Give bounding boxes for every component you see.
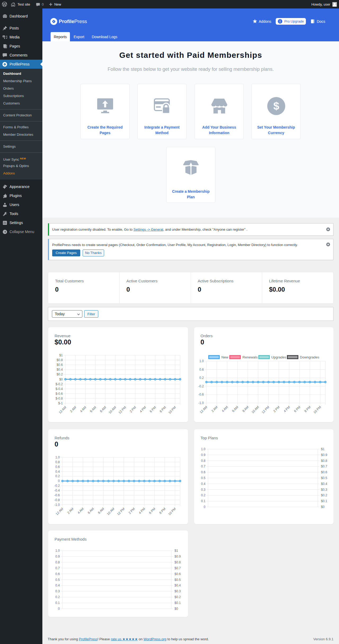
svg-text:8 PM: 8 PM [304, 405, 311, 413]
svg-text:12 PM: 12 PM [116, 507, 125, 516]
svg-text:2 AM: 2 AM [211, 405, 218, 413]
svg-text:4 PM: 4 PM [138, 507, 146, 515]
svg-text:4 AM: 4 AM [77, 507, 84, 515]
svg-text:$-0.2: $-0.2 [56, 382, 63, 386]
svg-text:8 AM: 8 AM [99, 405, 107, 413]
svg-text:6 AM: 6 AM [87, 507, 95, 515]
svg-text:0.5: 0.5 [201, 476, 206, 480]
svg-text:0: 0 [204, 505, 206, 509]
svg-text:-0.4: -0.4 [54, 489, 60, 492]
svg-text:$0: $0 [321, 505, 325, 509]
svg-text:0.2: 0.2 [201, 493, 206, 497]
svg-text:2 AM: 2 AM [69, 405, 77, 413]
svg-text:0.9: 0.9 [55, 555, 60, 558]
svg-text:$0.5: $0.5 [175, 578, 181, 582]
svg-text:0: 0 [58, 607, 60, 611]
svg-text:$0.1: $0.1 [321, 499, 327, 503]
svg-text:-0.8: -0.8 [54, 498, 60, 502]
svg-text:-1.0: -1.0 [198, 401, 204, 405]
svg-text:10 AM: 10 AM [108, 405, 117, 414]
svg-text:4 AM: 4 AM [221, 405, 229, 413]
svg-text:0.6: 0.6 [199, 368, 204, 371]
svg-text:0.8: 0.8 [201, 459, 206, 463]
svg-text:0.2: 0.2 [55, 474, 60, 478]
svg-text:$-0.6: $-0.6 [56, 392, 63, 396]
svg-text:6 PM: 6 PM [148, 507, 156, 515]
svg-text:2 AM: 2 AM [66, 507, 74, 515]
svg-text:10 AM: 10 AM [106, 507, 115, 516]
svg-text:4 PM: 4 PM [283, 405, 291, 413]
svg-text:$0.4: $0.4 [57, 368, 63, 371]
svg-text:0.8: 0.8 [55, 560, 60, 564]
svg-text:0.1: 0.1 [55, 601, 60, 605]
svg-text:4 PM: 4 PM [139, 405, 147, 413]
svg-text:$0.6: $0.6 [321, 470, 327, 474]
svg-text:0.4: 0.4 [55, 584, 60, 587]
svg-text:10 PM: 10 PM [167, 507, 176, 516]
svg-text:0.7: 0.7 [201, 465, 206, 468]
svg-text:12 PM: 12 PM [261, 405, 270, 414]
svg-text:4 AM: 4 AM [79, 405, 87, 413]
svg-text:$0.4: $0.4 [321, 482, 327, 486]
svg-text:6 PM: 6 PM [293, 405, 301, 413]
svg-text:$0.9: $0.9 [321, 453, 327, 457]
svg-text:$0.1: $0.1 [175, 601, 181, 605]
svg-text:6 AM: 6 AM [231, 405, 239, 413]
svg-text:$1: $1 [175, 549, 178, 553]
svg-text:8 PM: 8 PM [158, 507, 166, 515]
svg-text:6 AM: 6 AM [89, 405, 97, 413]
svg-text:0.5: 0.5 [55, 578, 60, 582]
svg-text:2 PM: 2 PM [128, 507, 136, 515]
svg-text:12 AM: 12 AM [199, 405, 208, 414]
svg-text:2 PM: 2 PM [273, 405, 280, 413]
svg-text:0.4: 0.4 [55, 470, 60, 474]
svg-text:$0.8: $0.8 [321, 459, 327, 463]
svg-text:$0.9: $0.9 [175, 555, 181, 558]
svg-text:6 PM: 6 PM [149, 405, 157, 413]
svg-text:0.6: 0.6 [55, 572, 60, 576]
svg-text:0: 0 [58, 479, 60, 483]
svg-text:$0.6: $0.6 [175, 572, 181, 576]
svg-text:12 PM: 12 PM [118, 405, 127, 414]
svg-text:0.8: 0.8 [55, 460, 60, 464]
svg-text:-0.6: -0.6 [198, 393, 204, 396]
svg-text:$-1: $-1 [58, 401, 63, 405]
svg-text:$0.3: $0.3 [321, 488, 327, 492]
svg-text:8 PM: 8 PM [159, 405, 167, 413]
svg-text:-0.2: -0.2 [54, 484, 60, 488]
svg-text:$0.2: $0.2 [321, 493, 327, 497]
svg-text:0.3: 0.3 [201, 488, 206, 492]
svg-text:-0.6: -0.6 [54, 493, 60, 497]
svg-text:0.9: 0.9 [201, 453, 206, 457]
svg-text:10 PM: 10 PM [168, 405, 177, 414]
svg-text:$0.2: $0.2 [57, 373, 63, 376]
svg-text:0.7: 0.7 [55, 566, 60, 570]
svg-text:10 PM: 10 PM [313, 405, 322, 414]
svg-text:$0.7: $0.7 [175, 566, 181, 570]
svg-text:2 PM: 2 PM [129, 405, 137, 413]
svg-text:8 AM: 8 AM [97, 507, 105, 515]
svg-text:$0.5: $0.5 [321, 476, 327, 480]
svg-text:1.0: 1.0 [55, 455, 60, 459]
svg-text:$-0.8: $-0.8 [56, 397, 63, 400]
svg-text:$0.8: $0.8 [175, 560, 181, 564]
svg-text:$-0.4: $-0.4 [56, 387, 63, 391]
svg-text:1.0: 1.0 [55, 549, 60, 553]
svg-text:12 AM: 12 AM [55, 507, 64, 516]
svg-text:0.1: 0.1 [201, 499, 206, 503]
svg-text:0.6: 0.6 [201, 470, 206, 474]
svg-text:$0.8: $0.8 [57, 358, 63, 362]
svg-text:$0.7: $0.7 [321, 465, 327, 468]
svg-text:$1: $1 [59, 353, 63, 357]
svg-text:0.2: 0.2 [55, 595, 60, 599]
svg-text:8 AM: 8 AM [242, 405, 249, 413]
svg-text:0.3: 0.3 [55, 589, 60, 593]
svg-text:10 AM: 10 AM [251, 405, 260, 414]
svg-text:1.0: 1.0 [201, 447, 206, 451]
svg-text:1.0: 1.0 [199, 359, 204, 363]
svg-text:$: $ [273, 100, 279, 112]
svg-text:-1.0: -1.0 [54, 503, 60, 507]
svg-text:0.4: 0.4 [201, 482, 206, 486]
svg-text:$0.4: $0.4 [175, 584, 181, 587]
svg-text:12 AM: 12 AM [58, 405, 67, 414]
